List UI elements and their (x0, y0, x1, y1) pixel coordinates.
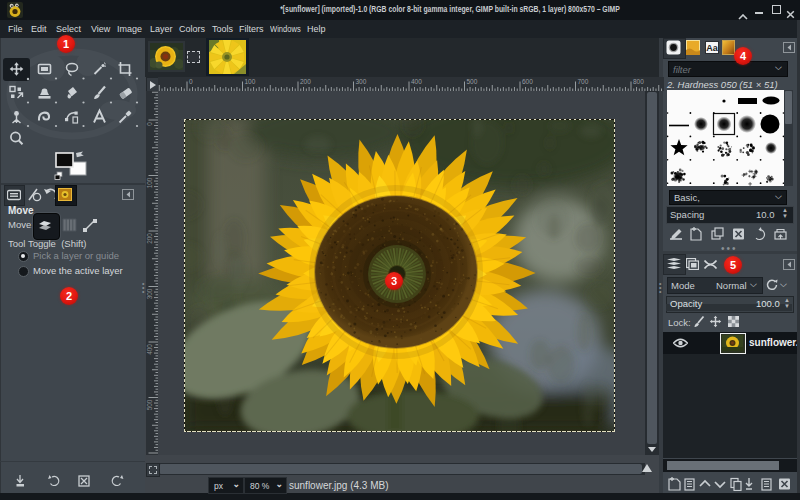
svg-text:300: 300 (356, 78, 367, 85)
svg-text:400: 400 (146, 344, 153, 355)
svg-text:0: 0 (189, 78, 193, 85)
svg-text:200: 200 (146, 233, 153, 244)
svg-text:300: 300 (146, 288, 153, 299)
svg-text:600: 600 (522, 78, 533, 85)
svg-text:200: 200 (300, 78, 311, 85)
svg-text:500: 500 (146, 399, 153, 410)
svg-text:800: 800 (633, 78, 644, 85)
svg-text:100: 100 (245, 78, 256, 85)
svg-text:500: 500 (467, 78, 478, 85)
svg-text:700: 700 (578, 78, 589, 85)
svg-text:Aa: Aa (706, 43, 718, 53)
svg-text:100: 100 (146, 177, 153, 188)
svg-text:0: 0 (146, 122, 153, 126)
svg-text:400: 400 (411, 78, 422, 85)
